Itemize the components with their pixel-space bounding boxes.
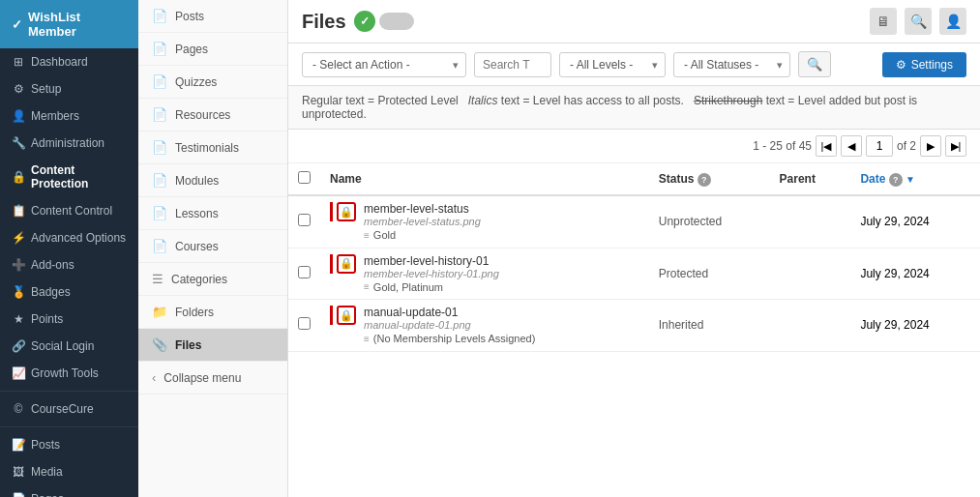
mid-nav-testimonials[interactable]: 📄 Testimonials (138, 132, 287, 164)
info-italics-prefix: Italics (468, 94, 498, 107)
date-help-icon[interactable]: ? (889, 173, 903, 187)
row-status-cell: Unprotected (649, 195, 770, 248)
user-icon-btn[interactable]: 👤 (939, 8, 966, 35)
advanced-options-icon: ⚡ (12, 231, 25, 245)
search-button[interactable]: 🔍 (798, 51, 831, 77)
sidebar-label: Social Login (31, 339, 94, 353)
table-row: 🔒 manual-update-01 manual-update-01.png … (288, 300, 980, 352)
last-page-btn[interactable]: ▶| (945, 135, 966, 157)
content-protection-icon: 🔒 (12, 170, 25, 184)
statuses-select[interactable]: - All Statuses - (673, 52, 790, 77)
sidebar-item-content-protection[interactable]: 🔒 Content Protection (0, 157, 138, 197)
search-icon-btn[interactable]: 🔍 (905, 8, 932, 35)
action-select-wrap[interactable]: - Select an Action - (302, 52, 466, 77)
sidebar-item-administration[interactable]: 🔧 Administration (0, 130, 138, 157)
points-icon: ★ (12, 312, 25, 326)
th-date[interactable]: Date ? ▼ (850, 163, 980, 195)
sidebar-item-addons[interactable]: ➕ Add-ons (0, 251, 138, 278)
quizzes-nav-icon: 📄 (152, 74, 167, 89)
level-icon: ≡ (364, 230, 370, 241)
row-checkbox[interactable] (298, 214, 311, 226)
statuses-select-wrap[interactable]: - All Statuses - (673, 52, 790, 77)
file-name-sub: manual-update-01.png (364, 319, 639, 331)
sidebar-item-growth-tools[interactable]: 📈 Growth Tools (0, 360, 138, 387)
th-parent: Parent (770, 163, 851, 195)
status-help-icon[interactable]: ? (698, 173, 711, 187)
sidebar-item-advanced-options[interactable]: ⚡ Advanced Options (0, 224, 138, 251)
folders-nav-icon: 📁 (152, 305, 167, 319)
sidebar-label: CourseCure (31, 402, 94, 416)
mid-nav-label: Files (175, 338, 201, 352)
name-text: member-level-history-01 member-level-his… (364, 254, 639, 294)
row-date-cell: July 29, 2024 (850, 248, 980, 300)
toggle-wrap[interactable]: ✓ (354, 11, 414, 32)
coursecure-icon: © (12, 402, 25, 416)
first-page-btn[interactable]: |◀ (816, 135, 837, 157)
info-strike-prefix: Strikethrough (694, 94, 762, 107)
sidebar-label: Points (31, 312, 63, 326)
mid-nav-folders[interactable]: 📁 Folders (138, 296, 287, 329)
mid-nav-files[interactable]: 📎 Files (138, 329, 287, 362)
wishlist-icon: ✓ (12, 17, 22, 32)
mid-nav-quizzes[interactable]: 📄 Quizzes (138, 66, 287, 99)
sidebar-item-points[interactable]: ★ Points (0, 306, 138, 333)
page-input[interactable] (866, 135, 893, 157)
sidebar-item-content-control[interactable]: 📋 Content Control (0, 197, 138, 224)
lock-border: 🔒 (330, 254, 356, 274)
pagination-bar: 1 - 25 of 45 |◀ ◀ of 2 ▶ ▶| (288, 130, 980, 163)
lock-icon[interactable]: 🔒 (337, 306, 356, 325)
sidebar-item-members[interactable]: 👤 Members (0, 102, 138, 130)
mid-nav-posts[interactable]: 📄 Posts (138, 0, 287, 33)
th-status: Status ? (649, 163, 770, 195)
sidebar-item-coursecure[interactable]: © CourseCure (0, 395, 138, 423)
file-level: (No Membership Levels Assigned) (373, 333, 536, 344)
row-checkbox[interactable] (298, 317, 311, 330)
row-date-cell: July 29, 2024 (850, 300, 980, 352)
file-name-sub: member-level-history-01.png (364, 268, 639, 279)
levels-select[interactable]: - All Levels - (559, 52, 666, 77)
monitor-icon-btn[interactable]: 🖥 (870, 8, 897, 35)
pages-wp-icon: 📄 (12, 492, 25, 497)
sidebar-item-setup[interactable]: ⚙ Setup (0, 75, 138, 102)
members-icon: 👤 (12, 109, 25, 123)
mid-nav-pages[interactable]: 📄 Pages (138, 33, 287, 66)
posts-icon: 📝 (12, 438, 25, 452)
mid-nav-courses[interactable]: 📄 Courses (138, 230, 287, 263)
sidebar-label: Add-ons (31, 258, 74, 272)
sidebar-item-badges[interactable]: 🏅 Badges (0, 278, 138, 306)
row-checkbox[interactable] (298, 266, 311, 278)
levels-select-wrap[interactable]: - All Levels - (559, 52, 666, 77)
search-input[interactable] (474, 52, 551, 77)
next-page-btn[interactable]: ▶ (920, 135, 941, 157)
toggle-switch[interactable] (379, 13, 414, 30)
mid-nav-lessons[interactable]: 📄 Lessons (138, 197, 287, 230)
mid-nav-modules[interactable]: 📄 Modules (138, 164, 287, 197)
file-level: Gold, Platinum (373, 281, 443, 293)
action-select[interactable]: - Select an Action - (302, 52, 466, 77)
select-all-checkbox[interactable] (298, 171, 311, 184)
sidebar-item-pages-wp[interactable]: 📄 Pages (0, 485, 138, 497)
growth-tools-icon: 📈 (12, 366, 25, 380)
level-icon: ≡ (364, 334, 370, 344)
mid-nav: 📄 Posts 📄 Pages 📄 Quizzes 📄 Resources 📄 … (138, 0, 288, 497)
lock-icon[interactable]: 🔒 (337, 254, 356, 274)
sidebar-label: Pages (31, 492, 64, 497)
mid-nav-categories[interactable]: ☰ Categories (138, 263, 287, 296)
toolbar: - Select an Action - - All Levels - - Al… (288, 44, 980, 86)
collapse-icon: ‹ (152, 370, 156, 385)
settings-button[interactable]: ⚙ Settings (882, 52, 966, 77)
page-title-area: Files ✓ (302, 11, 414, 33)
setup-icon: ⚙ (12, 82, 25, 96)
sidebar-header[interactable]: ✓ WishList Member (0, 0, 138, 48)
sidebar-item-social-login[interactable]: 🔗 Social Login (0, 333, 138, 360)
sidebar-item-posts[interactable]: 📝 Posts (0, 431, 138, 458)
sidebar-item-dashboard[interactable]: ⊞ Dashboard (0, 48, 138, 75)
prev-page-btn[interactable]: ◀ (841, 135, 862, 157)
mid-nav-resources[interactable]: 📄 Resources (138, 99, 287, 132)
sidebar-label: Content Control (31, 204, 112, 218)
user-icon: 👤 (945, 14, 962, 29)
sidebar-item-media[interactable]: 🖼 Media (0, 458, 138, 485)
lock-icon[interactable]: 🔒 (337, 202, 356, 221)
mid-nav-collapse[interactable]: ‹ Collapse menu (138, 362, 287, 395)
th-name[interactable]: Name (320, 163, 649, 195)
